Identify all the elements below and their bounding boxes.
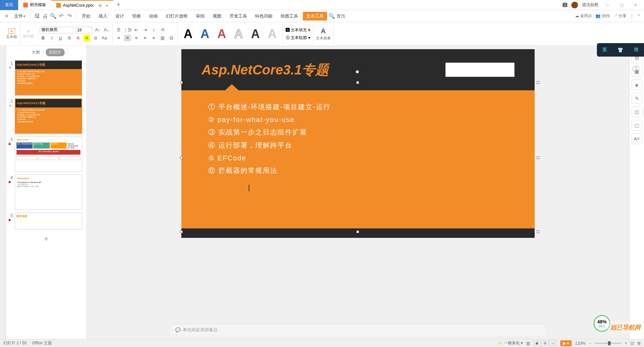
sel-handle[interactable] xyxy=(537,156,539,159)
beautify-button[interactable]: ✨ 一键美化 ▾ xyxy=(497,340,523,346)
sr-frame-icon[interactable]: ▢ xyxy=(632,120,642,131)
font-select[interactable] xyxy=(40,27,73,33)
language-float[interactable]: 英👕简 xyxy=(597,43,644,57)
menu-design[interactable]: 设计 xyxy=(112,12,128,21)
wordart-5[interactable]: A xyxy=(248,27,263,41)
save-icon[interactable]: 🖫 xyxy=(34,13,40,20)
slide-item-6[interactable]: ⑥ 拦截器的常规用法 xyxy=(208,164,508,177)
outline-tab[interactable]: 大纲 xyxy=(28,49,43,56)
preview-icon[interactable]: 🔍 xyxy=(50,13,57,20)
menu-transition[interactable]: 切换 xyxy=(129,12,144,21)
wordart-1[interactable]: A xyxy=(180,27,196,41)
help-icon[interactable]: ? xyxy=(633,66,639,72)
more-icon[interactable]: ⋮ xyxy=(630,14,634,19)
highlight-icon[interactable]: A xyxy=(83,35,90,41)
collapse-icon[interactable]: ⌃ xyxy=(637,14,641,19)
sr-text-icon[interactable]: A= xyxy=(632,133,642,144)
menu-drawtools[interactable]: 绘图工具 xyxy=(277,12,301,21)
columns-icon[interactable]: ▥ xyxy=(159,35,166,41)
tab-close-icon[interactable]: ⊗ xyxy=(98,3,102,8)
file-menu[interactable]: 文件▾ xyxy=(11,13,28,19)
fit-icon[interactable]: ⊡ xyxy=(631,341,634,346)
menu-view[interactable]: 视图 xyxy=(209,12,225,21)
thumb-2[interactable]: 2★ Asp.NetCore3.1专题 ① 平台概述-环境搭建-项目建立-运行②… xyxy=(6,97,86,135)
sr-shape-icon[interactable]: ◫ xyxy=(632,106,642,117)
strike-icon[interactable]: S xyxy=(66,35,73,41)
text-outline-button[interactable]: Ⓐ 文本轮廓 ▾ xyxy=(286,35,310,41)
view-normal-icon[interactable]: ▣ xyxy=(533,340,541,346)
thumb-4[interactable]: 4▶ Standard One library to rule them all… xyxy=(6,173,86,211)
case-icon[interactable]: Aa xyxy=(101,35,108,41)
view-reading-icon[interactable]: ▭ xyxy=(549,340,557,346)
print-icon[interactable]: 🖨 xyxy=(42,13,48,20)
menu-review[interactable]: 审阅 xyxy=(192,12,208,21)
tab-home[interactable]: 首页 xyxy=(0,0,18,10)
thumb-5[interactable]: 5▶ 版本信息 xyxy=(6,211,86,231)
sel-handle[interactable] xyxy=(180,81,183,84)
zoom-in-icon[interactable]: + xyxy=(625,341,627,346)
align-right-icon[interactable]: ≡ xyxy=(133,35,140,41)
zoom-slider[interactable] xyxy=(595,343,621,344)
menu-animation[interactable]: 动画 xyxy=(146,12,161,21)
text-fill-button[interactable]: 🅰 文本填充 ▾ xyxy=(286,27,310,33)
line-spacing-icon[interactable]: ↕ xyxy=(150,27,157,33)
maximize-icon[interactable]: ▢ xyxy=(616,3,627,7)
sidebar-collapse[interactable] xyxy=(0,46,6,339)
sel-handle[interactable] xyxy=(356,230,359,233)
tab-templates[interactable]: 稻壳模板 xyxy=(18,0,51,10)
menu-slideshow[interactable]: 幻灯片放映 xyxy=(163,12,191,21)
sel-handle[interactable] xyxy=(537,81,539,84)
slide-item-5[interactable]: ⑤ EFCode xyxy=(208,152,508,164)
notes-area[interactable]: 💬单击此处添加备注 xyxy=(171,324,545,336)
slide-logo[interactable] xyxy=(445,63,514,77)
zoom-level[interactable]: 110% xyxy=(575,341,585,346)
italic-icon[interactable]: I xyxy=(48,35,55,41)
tab-add[interactable]: + xyxy=(113,1,123,8)
notes-toggle[interactable]: ▥ xyxy=(526,341,530,346)
search-icon[interactable]: 🔍 xyxy=(328,13,335,20)
slide-item-4[interactable]: ④ 运行部署，理解跨平台 xyxy=(208,139,508,152)
slide-title[interactable]: Asp.NetCore3.1专题 xyxy=(202,61,329,79)
text-direction-icon[interactable]: ⟲ xyxy=(159,27,166,33)
canvas[interactable]: Asp.NetCore3.1专题 ① 平台概述-环境搭建-项目建立-运行 ② p… xyxy=(87,46,629,339)
slide[interactable]: Asp.NetCore3.1专题 ① 平台概述-环境搭建-项目建立-运行 ② p… xyxy=(181,49,535,238)
view-sorter-icon[interactable]: ⊞ xyxy=(541,340,549,346)
indent-inc-icon[interactable]: ⇥ xyxy=(142,27,148,33)
font-size-select[interactable] xyxy=(75,27,92,33)
sel-handle[interactable] xyxy=(537,230,539,233)
sel-rotate[interactable] xyxy=(356,70,359,73)
collab-button[interactable]: 👥 协作 xyxy=(596,13,610,19)
search-label[interactable]: 查找 xyxy=(336,13,345,19)
align-distribute-icon[interactable]: ≡ xyxy=(150,35,157,41)
font-color-icon[interactable]: A xyxy=(75,35,81,41)
wordart-6[interactable]: A xyxy=(264,27,280,41)
sel-handle[interactable] xyxy=(356,81,359,84)
align-left-icon[interactable]: ≡ xyxy=(115,35,122,41)
sync-status[interactable]: ☁ 未同步 xyxy=(575,13,592,19)
menu-features[interactable]: 特色功能 xyxy=(252,12,276,21)
numbering-icon[interactable]: ⋮☰ xyxy=(124,27,131,33)
sel-handle[interactable] xyxy=(180,156,183,159)
slide-item-3[interactable]: ③ 实战第一步之日志组件扩展 xyxy=(208,126,508,139)
menu-start[interactable]: 开始 xyxy=(78,12,94,21)
grid-icon[interactable]: ⊞ xyxy=(637,341,641,346)
hamburger-icon[interactable]: ≡ xyxy=(3,13,10,20)
sel-handle[interactable] xyxy=(180,230,183,233)
bullets-icon[interactable]: ☰ xyxy=(115,27,122,33)
thumb-3[interactable]: 3▶ .Net Core .NET FRAMEWORK .NET CORE XA… xyxy=(6,135,86,173)
wordart-4[interactable]: A xyxy=(231,27,246,41)
textbox-button[interactable]: A文本框 xyxy=(6,28,17,39)
avatar[interactable] xyxy=(571,2,578,8)
slide-item-1[interactable]: ① 平台概述-环境搭建-项目建立-运行 xyxy=(208,100,508,114)
underline-icon[interactable]: U xyxy=(57,35,64,41)
minimize-icon[interactable]: — xyxy=(602,3,612,7)
bold-icon[interactable]: B xyxy=(40,35,46,41)
sr-pen-icon[interactable]: ✎ xyxy=(632,93,642,104)
slide-item-2[interactable]: ② pay-for-what-you-use xyxy=(208,114,508,126)
indent-dec-icon[interactable]: ⇤ xyxy=(133,27,140,33)
decrease-font-icon[interactable]: A↓ xyxy=(103,27,110,33)
sr-layers-icon[interactable]: ◈ xyxy=(632,80,642,90)
align-center-icon[interactable]: ≡ xyxy=(124,35,131,41)
wordart-3[interactable]: A xyxy=(214,27,229,41)
menu-texttools[interactable]: 文本工具 xyxy=(303,12,327,21)
